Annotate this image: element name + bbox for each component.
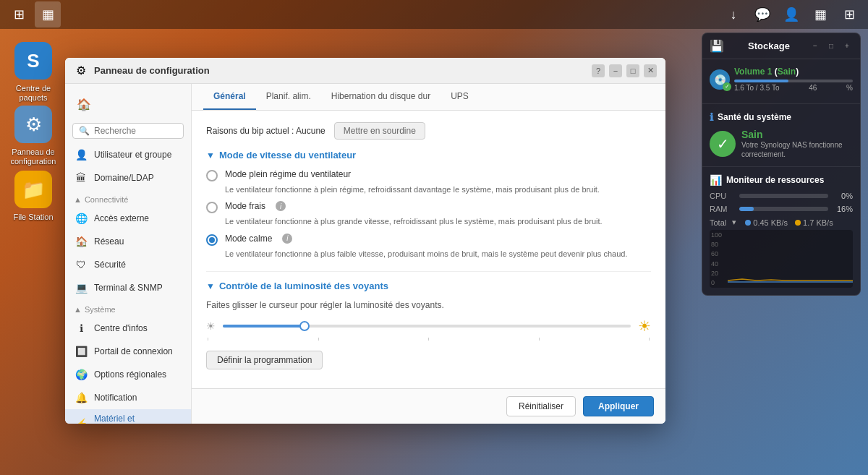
apply-button[interactable]: Appliquer (583, 396, 654, 416)
volume-bar-container: 1.6 To / 3.5 To 46% (734, 80, 853, 92)
programming-button[interactable]: Définir la programmation (206, 351, 323, 369)
fan-section-header[interactable]: ▼ Mode de vitesse du ventilateur (206, 150, 651, 161)
tab-general[interactable]: Général (203, 84, 256, 110)
net-label-row: Total ▾ 0.45 KB/s 1.7 KB/s (710, 218, 853, 227)
centre-paquets-letter: S (27, 50, 39, 72)
download-icon[interactable]: ↓ (720, 1, 746, 27)
acces-externe-label: Accès externe (94, 213, 149, 223)
fan-label-calme: Mode calme (225, 234, 272, 244)
sidebar-item-domaine[interactable]: 🏛 Domaine/LDAP (65, 166, 191, 189)
grid-icon[interactable]: ▦ (807, 1, 833, 27)
brightness-desc: Faites glisser le curseur pour régler la… (206, 300, 651, 310)
dialog-help-btn[interactable]: ? (592, 64, 605, 77)
file-station-label: File Station (13, 213, 53, 222)
fan-label-plein: Mode plein régime du ventilateur (225, 169, 351, 179)
notification-label: Notification (94, 393, 137, 403)
options-reg-label: Options régionales (94, 369, 166, 380)
fan-radio-frais[interactable] (206, 202, 218, 213)
fan-info-calme-icon[interactable]: i (282, 234, 292, 244)
dialog-close-btn[interactable]: ✕ (644, 64, 657, 77)
system-collapse-icon: ▲ (74, 305, 82, 314)
sidebar-item-acces-externe[interactable]: 🌐 Accès externe (65, 207, 191, 230)
cpu-pct: 0% (833, 192, 853, 200)
fan-desc-plein: Le ventilateur fonctionne à plein régime… (225, 184, 651, 195)
ram-row: RAM 16% (710, 205, 853, 213)
search-box[interactable]: 🔍 (72, 123, 184, 139)
slider-ticks (206, 338, 651, 341)
tab-planif[interactable]: Planif. alim. (256, 84, 321, 110)
control-panel-icon: ⚙ (76, 64, 86, 77)
securite-icon: 🛡 (74, 257, 88, 272)
dialog-titlebar: ⚙ Panneau de configuration ? − □ ✕ (65, 58, 665, 84)
net-up-dot: 1.7 KB/s (795, 218, 833, 227)
centre-infos-label: Centre d'infos (94, 323, 148, 333)
brightness-sun-large-icon: ☀ (638, 317, 651, 335)
fan-radio-calme[interactable] (206, 234, 218, 246)
desktop-icon-file-station[interactable]: 📁 File Station (4, 165, 62, 228)
sidebar-item-centre-infos[interactable]: ℹ Centre d'infos (65, 317, 191, 340)
desktop-icon-centre-paquets[interactable]: S Centre de paquets (4, 36, 62, 108)
rp-expand-btn[interactable]: □ (825, 40, 837, 52)
terminal-icon: 💻 (74, 281, 88, 295)
rp-close-btn[interactable]: + (841, 40, 853, 52)
apps-grid-icon[interactable]: ⊞ (6, 1, 32, 27)
notification-icon: 🔔 (74, 390, 88, 405)
sidebar-item-reseau[interactable]: 🏠 Réseau (65, 230, 191, 253)
home-icon: 🏠 (74, 94, 94, 114)
fan-radio-plein[interactable] (206, 170, 218, 181)
total-dropdown-icon[interactable]: ▾ (732, 218, 736, 227)
user-icon[interactable]: 👤 (778, 1, 804, 27)
dialog-footer: Réinitialiser Appliquer (192, 388, 665, 424)
bip-label: Raisons du bip actuel : Aucune (206, 126, 326, 136)
fan-info-frais-icon[interactable]: i (276, 201, 286, 211)
search-input[interactable] (94, 126, 177, 136)
acces-externe-icon: 🌐 (74, 211, 88, 226)
volume-bar-bg (734, 80, 853, 82)
volume-row: 💿 ✓ Volume 1 (Sain) 1.6 To / 3.5 To (710, 67, 853, 92)
reseau-icon: 🏠 (74, 234, 88, 249)
sidebar-item-utilisateur[interactable]: 👤 Utilisateur et groupe (65, 143, 191, 166)
sidebar-item-materiel[interactable]: ⚡ Matériel et alimentation (65, 409, 191, 424)
sidebar-item-notification[interactable]: 🔔 Notification (65, 386, 191, 409)
tab-ups[interactable]: UPS (441, 84, 479, 110)
centre-paquets-icon-box: S (14, 42, 52, 80)
fan-section-title: Mode de vitesse du ventilateur (219, 150, 356, 161)
fan-desc-calme: Le ventilateur fonctionne à plus faible … (225, 249, 651, 260)
health-section: ℹ Santé du système ✓ Sain Votre Synology… (702, 104, 860, 167)
net-chart-area (728, 230, 853, 288)
chat-icon[interactable]: 💬 (749, 1, 775, 27)
sidebar-connectivity-header: ▲ Connectivité (65, 189, 191, 207)
taskbar-app-icon[interactable]: ▦ (35, 1, 61, 27)
options-reg-icon: 🌍 (74, 367, 88, 382)
fan-options: Mode plein régime du ventilateur Le vent… (206, 169, 651, 260)
sidebar-system-header: ▲ Système (65, 299, 191, 317)
dialog-min-btn[interactable]: − (609, 64, 622, 77)
dialog-max-btn[interactable]: □ (626, 64, 639, 77)
reset-button[interactable]: Réinitialiser (506, 396, 576, 416)
rp-minus-btn[interactable]: − (809, 40, 821, 52)
sidebar-item-securite[interactable]: 🛡 Sécurité (65, 253, 191, 276)
brightness-slider-thumb[interactable] (299, 321, 310, 331)
tab-hibernation[interactable]: Hibernation du disque dur (321, 84, 441, 110)
file-station-icon-emoji: 📁 (22, 179, 45, 201)
net-up-value: 1.7 KB/s (803, 218, 833, 227)
sidebar-home[interactable]: 🏠 (65, 90, 191, 119)
resources-icon: 📊 (710, 174, 722, 186)
desktop-icon-panneau-config[interactable]: ⚙ Panneau de configuration (4, 100, 62, 172)
centre-infos-icon: ℹ (74, 321, 88, 335)
ram-pct: 16% (833, 205, 853, 213)
power-icon[interactable]: ⊞ (836, 1, 862, 27)
mute-button[interactable]: Mettre en sourdine (334, 122, 425, 140)
domaine-label: Domaine/LDAP (94, 173, 154, 183)
net-down-value: 0.45 KB/s (753, 218, 788, 227)
volume-bar-fill (734, 80, 788, 82)
sidebar-item-terminal[interactable]: 💻 Terminal & SNMP (65, 276, 191, 299)
fan-desc-frais: Le ventilateur fonctionne à plus grande … (225, 216, 651, 227)
brightness-section-header[interactable]: ▼ Contrôle de la luminosité des voyants (206, 281, 651, 291)
brightness-slider-track[interactable] (223, 325, 631, 328)
brightness-section-title: Contrôle de la luminosité des voyants (219, 281, 388, 291)
sidebar-item-options-regionales[interactable]: 🌍 Options régionales (65, 363, 191, 386)
net-down-dot: 0.45 KB/s (745, 218, 788, 227)
sidebar-item-portail[interactable]: 🔲 Portail de connexion (65, 340, 191, 363)
portail-icon: 🔲 (74, 344, 88, 359)
